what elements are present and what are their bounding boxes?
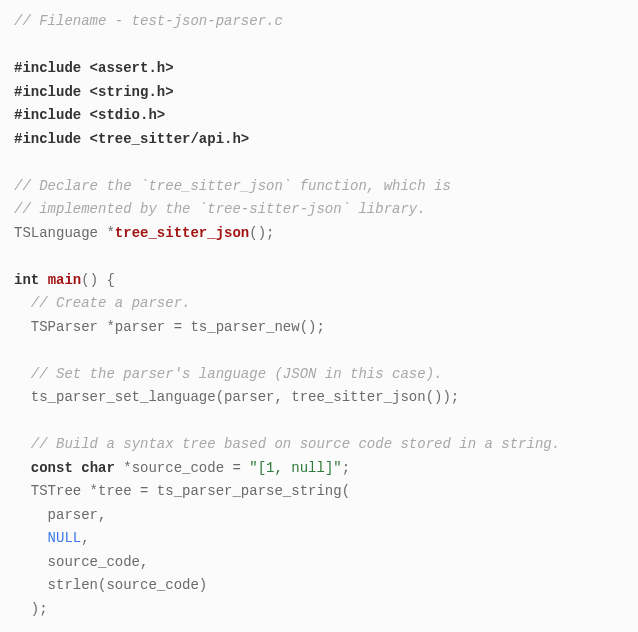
comma: , (81, 530, 89, 546)
close-paren: ); (14, 601, 48, 617)
paren-semi: (); (249, 225, 274, 241)
include-assert: #include <assert.h> (14, 60, 174, 76)
include-stdio: #include <stdio.h> (14, 107, 165, 123)
ret-type-tslanguage: TSLanguage * (14, 225, 115, 241)
var-source-code: *source_code = (115, 460, 249, 476)
comment-set-language: // Set the parser's language (JSON in th… (31, 366, 443, 382)
space (39, 272, 47, 288)
indent (14, 460, 31, 476)
indent (14, 436, 31, 452)
indent (14, 295, 31, 311)
fn-main: main (48, 272, 82, 288)
indent (14, 366, 31, 382)
line-parse-string: TSTree *tree = ts_parser_parse_string( (14, 483, 350, 499)
space (73, 460, 81, 476)
arg-parser: parser, (14, 507, 106, 523)
kw-char: char (81, 460, 115, 476)
string-literal: "[1, null]" (249, 460, 341, 476)
comment-declare-2: // implemented by the `tree-sitter-json`… (14, 201, 426, 217)
kw-null: NULL (48, 530, 82, 546)
fn-tree-sitter-json: tree_sitter_json (115, 225, 249, 241)
code-block: // Filename - test-json-parser.c #includ… (14, 10, 624, 621)
include-treesitter: #include <tree_sitter/api.h> (14, 131, 249, 147)
arg-source-code: source_code, (14, 554, 148, 570)
comment-declare-1: // Declare the `tree_sitter_json` functi… (14, 178, 451, 194)
arg-strlen: strlen(source_code) (14, 577, 207, 593)
line-set-language: ts_parser_set_language(parser, tree_sitt… (14, 389, 459, 405)
kw-int: int (14, 272, 39, 288)
comment-create-parser: // Create a parser. (31, 295, 191, 311)
semi: ; (342, 460, 350, 476)
line-parser-new: TSParser *parser = ts_parser_new(); (14, 319, 325, 335)
kw-const: const (31, 460, 73, 476)
main-open: () { (81, 272, 115, 288)
include-string: #include <string.h> (14, 84, 174, 100)
comment-filename: // Filename - test-json-parser.c (14, 13, 283, 29)
indent (14, 530, 48, 546)
comment-build-tree: // Build a syntax tree based on source c… (31, 436, 560, 452)
